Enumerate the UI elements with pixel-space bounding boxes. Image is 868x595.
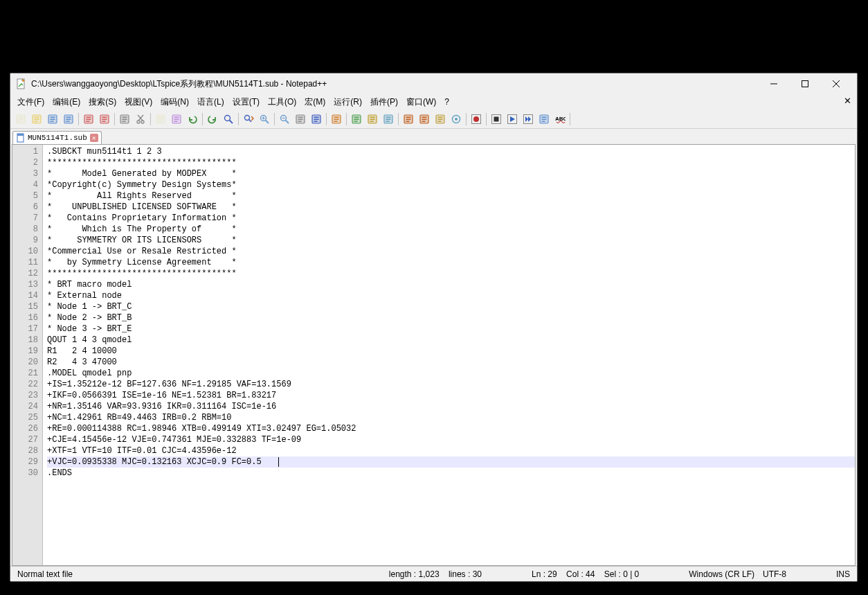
- menu-macro[interactable]: 宏(M): [300, 95, 329, 109]
- wrap-button[interactable]: [309, 112, 324, 127]
- editor-line[interactable]: * All Rights Reserved *: [47, 190, 855, 202]
- monitor-button[interactable]: [449, 112, 464, 127]
- menu-help[interactable]: ?: [440, 96, 453, 108]
- close-button[interactable]: [81, 112, 96, 127]
- undo-button[interactable]: [185, 112, 200, 127]
- file-tab-label: MUN5114T1.sub: [28, 134, 87, 142]
- menu-settings[interactable]: 设置(T): [228, 95, 264, 109]
- new-button[interactable]: [13, 112, 28, 127]
- paste-button[interactable]: [169, 112, 184, 127]
- editor-line[interactable]: +NC=1.42961 RB=49.4463 IRB=0.2 RBM=10: [47, 412, 855, 423]
- svg-point-41: [137, 121, 140, 123]
- macro-record-button[interactable]: [469, 112, 484, 127]
- open-button[interactable]: [29, 112, 44, 127]
- svg-rect-98: [406, 116, 411, 118]
- folder-button[interactable]: [433, 112, 448, 127]
- editor-line[interactable]: +XTF=1 VTF=10 ITF=0.01 CJC=4.43596e-12: [47, 445, 855, 456]
- editor-line[interactable]: **************************************: [47, 268, 855, 279]
- macro-play-button[interactable]: [505, 112, 520, 127]
- editor-line[interactable]: +VJC=0.0935338 MJC=0.132163 XCJC=0.9 FC=…: [47, 456, 855, 468]
- editor-line[interactable]: * UNPUBLISHED LICENSED SOFTWARE *: [47, 202, 855, 213]
- editor-line[interactable]: * by Symmetry License Agreement *: [47, 257, 855, 268]
- close-button[interactable]: [820, 74, 851, 94]
- macro-save-button[interactable]: [536, 112, 552, 127]
- svg-rect-28: [87, 116, 91, 118]
- file-tab-icon: [16, 133, 26, 143]
- editor-line[interactable]: QOUT 1 4 3 qmodel: [47, 335, 855, 346]
- line-number: 29: [12, 456, 42, 468]
- editor-line[interactable]: *Copyright(c) Symmetry Design Systems*: [47, 179, 855, 190]
- svg-rect-33: [102, 116, 107, 118]
- find-button[interactable]: [221, 112, 236, 127]
- close-all-button[interactable]: [97, 112, 112, 127]
- editor-line[interactable]: +RE=0.000114388 RC=1.98946 XTB=0.499149 …: [47, 423, 855, 434]
- menu-view[interactable]: 视图(V): [120, 95, 156, 109]
- editor-line[interactable]: **************************************: [47, 157, 855, 168]
- menu-encoding[interactable]: 编码(N): [156, 95, 193, 109]
- menu-search[interactable]: 搜索(S): [84, 95, 120, 109]
- maximize-button[interactable]: [789, 74, 820, 94]
- editor-line[interactable]: +IS=1.35212e-12 BF=127.636 NF=1.29185 VA…: [47, 379, 855, 390]
- editor-line[interactable]: R1 2 4 10000: [47, 346, 855, 357]
- menu-file[interactable]: 文件(F): [13, 95, 48, 109]
- svg-rect-94: [386, 118, 391, 120]
- doc-map-button[interactable]: [381, 112, 396, 127]
- menu-window[interactable]: 窗口(W): [402, 95, 440, 109]
- editor-line[interactable]: .MODEL qmodel pnp: [47, 368, 855, 379]
- redo-button[interactable]: [205, 112, 220, 127]
- editor-line[interactable]: * Which is The Property of *: [47, 224, 855, 235]
- copy-button[interactable]: [153, 112, 168, 127]
- editor-line[interactable]: * BRT macro model: [47, 279, 855, 290]
- editor-line[interactable]: * Node 1 -> BRT_C: [47, 301, 855, 312]
- line-number: 2: [12, 157, 42, 168]
- print-button[interactable]: [117, 112, 132, 127]
- menu-edit[interactable]: 编辑(E): [48, 95, 84, 109]
- menu-language[interactable]: 语言(L): [193, 95, 228, 109]
- editor-line[interactable]: +NR=1.35146 VAR=93.9316 IKR=0.311164 ISC…: [47, 401, 855, 412]
- spell-check-button[interactable]: ABC: [552, 112, 568, 127]
- zoom-in-button[interactable]: [257, 112, 272, 127]
- zoom-out-button[interactable]: [277, 112, 292, 127]
- lang-button[interactable]: [365, 112, 380, 127]
- editor-line[interactable]: *Commercial Use or Resale Restricted *: [47, 246, 855, 257]
- line-number: 28: [12, 445, 42, 456]
- editor-line[interactable]: +IKF=0.0566391 ISE=1e-16 NE=1.52381 BR=1…: [47, 390, 855, 401]
- editor-line[interactable]: * Contains Proprietary Information *: [47, 213, 855, 224]
- editor-line[interactable]: .SUBCKT mun5114t1 1 2 3: [47, 146, 855, 157]
- menu-tools[interactable]: 工具(O): [264, 95, 300, 109]
- svg-line-60: [266, 120, 269, 123]
- tab-close-icon[interactable]: ✕: [90, 134, 98, 142]
- func-list-button[interactable]: [417, 112, 432, 127]
- editor-line[interactable]: * Node 2 -> BRT_B: [47, 312, 855, 323]
- toolbar-separator: [78, 113, 79, 125]
- editor-line[interactable]: * External node: [47, 290, 855, 301]
- svg-rect-90: [370, 121, 374, 122]
- save-button[interactable]: [45, 112, 60, 127]
- menu-plugins[interactable]: 插件(P): [366, 95, 402, 109]
- toolbar-separator: [346, 113, 347, 125]
- editor-line[interactable]: * Node 3 -> BRT_E: [47, 323, 855, 335]
- editor-line[interactable]: +CJE=4.15456e-12 VJE=0.747361 MJE=0.3328…: [47, 434, 855, 445]
- line-number: 4: [12, 179, 42, 190]
- editor-line[interactable]: * Model Generated by MODPEX *: [47, 168, 855, 179]
- macro-stop-button[interactable]: [489, 112, 504, 127]
- editor-line[interactable]: R2 4 3 47000: [47, 357, 855, 368]
- sync-button[interactable]: [293, 112, 308, 127]
- svg-rect-14: [35, 118, 39, 120]
- replace-button[interactable]: [241, 112, 256, 127]
- svg-point-112: [455, 118, 458, 121]
- editor-line[interactable]: .ENDS: [47, 468, 855, 479]
- text-editor[interactable]: .SUBCKT mun5114t1 1 2 3*****************…: [43, 145, 855, 565]
- save-all-button[interactable]: [61, 112, 76, 127]
- editor-line[interactable]: * SYMMETRY OR ITS LICENSORS *: [47, 235, 855, 246]
- macro-play-multi-button[interactable]: [521, 112, 536, 127]
- line-number-gutter: 1234567891011121314151617181920212223242…: [12, 145, 43, 565]
- cut-button[interactable]: [133, 112, 148, 127]
- menu-run[interactable]: 运行(R): [329, 95, 366, 109]
- mdi-close-icon[interactable]: ✕: [844, 96, 851, 106]
- doc-list-button[interactable]: [401, 112, 416, 127]
- minimize-button[interactable]: [758, 74, 789, 94]
- indent-guide-button[interactable]: [349, 112, 364, 127]
- file-tab[interactable]: MUN5114T1.sub ✕: [12, 131, 102, 144]
- all-chars-button[interactable]: [329, 112, 344, 127]
